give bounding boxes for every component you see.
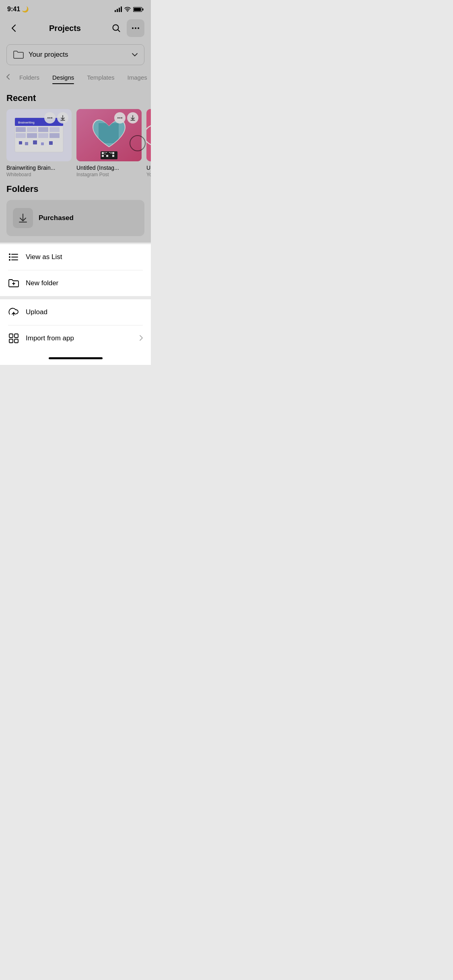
svg-rect-14 — [49, 127, 60, 132]
svg-point-6 — [138, 27, 139, 29]
download-icon — [19, 213, 27, 223]
svg-rect-44 — [146, 109, 151, 161]
svg-rect-40 — [112, 155, 114, 157]
svg-rect-32 — [102, 155, 104, 157]
card-brainwriting-subtitle: Whiteboard — [6, 172, 72, 177]
status-time: 9:41 — [7, 6, 20, 13]
folder-purchased-thumb — [13, 208, 33, 228]
svg-rect-38 — [111, 152, 111, 154]
svg-rect-52 — [9, 334, 13, 338]
view-as-list-item[interactable]: View as List — [0, 244, 151, 270]
tab-scroll-back[interactable] — [6, 71, 13, 84]
search-button[interactable] — [109, 21, 124, 35]
tab-folders[interactable]: Folders — [13, 71, 46, 84]
folder-icon — [13, 50, 24, 59]
new-folder-item[interactable]: New folder — [0, 270, 151, 296]
grid-icon — [8, 333, 19, 344]
svg-point-4 — [132, 27, 134, 29]
svg-rect-19 — [19, 141, 22, 144]
card-partial-title: Untitl — [146, 165, 151, 171]
svg-point-25 — [49, 117, 51, 119]
chevron-down-icon — [132, 53, 138, 56]
svg-text:Brainwriting: Brainwriting — [18, 121, 35, 124]
signal-icon — [115, 6, 122, 12]
svg-rect-33 — [105, 152, 105, 153]
battery-icon — [133, 7, 144, 12]
svg-rect-16 — [27, 133, 37, 138]
project-selector-label: Your projects — [29, 51, 68, 59]
svg-rect-17 — [38, 133, 48, 138]
card-instagram-title: Untitled (Instag... — [76, 165, 142, 171]
card-partial-subtitle: Your St — [146, 172, 151, 177]
bottom-sheet: View as List New folder Upload — [0, 244, 151, 365]
folder-plus-icon — [8, 278, 19, 289]
recent-title: Recent — [6, 93, 144, 103]
svg-point-5 — [135, 27, 136, 29]
card-instagram-download[interactable] — [127, 112, 138, 124]
home-bar — [49, 357, 103, 359]
svg-rect-31 — [102, 152, 104, 154]
home-indicator — [0, 351, 151, 365]
svg-rect-21 — [33, 140, 37, 144]
card-partial[interactable]: Untitl Your St — [146, 109, 151, 177]
folder-purchased-label: Purchased — [39, 214, 74, 222]
tab-images[interactable]: Images — [121, 71, 151, 84]
card-instagram[interactable]: Untitled (Instag... Instagram Post — [76, 109, 142, 177]
svg-rect-12 — [27, 127, 37, 132]
section-divider — [0, 296, 151, 299]
svg-rect-23 — [49, 141, 53, 145]
folders-section: Folders Purchased — [0, 181, 151, 243]
svg-point-48 — [9, 256, 10, 258]
tab-templates[interactable]: Templates — [80, 71, 121, 84]
card-brainwriting-download[interactable] — [57, 112, 68, 124]
svg-rect-1 — [142, 8, 144, 10]
svg-rect-39 — [112, 152, 114, 154]
tab-designs[interactable]: Designs — [46, 71, 80, 84]
svg-point-43 — [121, 117, 122, 119]
svg-point-42 — [119, 117, 121, 119]
svg-rect-20 — [25, 142, 28, 145]
svg-point-24 — [47, 117, 49, 119]
svg-point-41 — [117, 117, 119, 119]
page-title: Projects — [49, 24, 81, 33]
svg-rect-55 — [14, 339, 18, 343]
import-from-app-label: Import from app — [26, 334, 74, 342]
back-button[interactable] — [6, 21, 21, 35]
svg-rect-36 — [106, 155, 108, 157]
card-brainwriting[interactable]: Brainwriting — [6, 109, 72, 177]
card-brainwriting-title: Brainwriting Brain... — [6, 165, 72, 171]
svg-rect-13 — [38, 127, 48, 132]
tabs-bar: Folders Designs Templates Images — [0, 71, 151, 84]
nav-header: Projects — [0, 15, 151, 43]
nav-actions — [109, 19, 144, 37]
view-as-list-label: View as List — [26, 253, 62, 261]
wifi-icon — [124, 7, 131, 12]
svg-rect-53 — [14, 334, 18, 338]
svg-rect-35 — [105, 154, 105, 154]
svg-point-50 — [9, 259, 10, 261]
upload-label: Upload — [26, 308, 47, 316]
project-selector[interactable]: Your projects — [6, 44, 144, 65]
svg-point-46 — [9, 253, 10, 255]
folder-purchased[interactable]: Purchased — [6, 200, 144, 236]
status-icons — [115, 6, 144, 12]
recent-cards-list: Brainwriting — [6, 109, 144, 177]
recent-section: Recent Brainwriting — [0, 86, 151, 181]
more-button[interactable] — [127, 19, 144, 37]
svg-rect-18 — [49, 133, 60, 138]
svg-rect-22 — [41, 142, 44, 145]
svg-rect-29 — [99, 123, 119, 143]
svg-rect-34 — [106, 152, 107, 153]
card-instagram-more[interactable] — [114, 112, 126, 124]
import-from-app-item[interactable]: Import from app — [0, 325, 151, 351]
card-brainwriting-more[interactable] — [44, 112, 56, 124]
svg-point-26 — [51, 117, 52, 119]
upload-item[interactable]: Upload — [0, 299, 151, 325]
chevron-right-icon — [140, 334, 143, 343]
moon-icon: 🌙 — [22, 6, 29, 12]
card-brainwriting-thumb: Brainwriting — [6, 109, 72, 161]
svg-rect-11 — [16, 127, 26, 132]
list-icon — [8, 251, 19, 263]
card-instagram-subtitle: Instagram Post — [76, 172, 142, 177]
folders-title: Folders — [6, 184, 144, 194]
